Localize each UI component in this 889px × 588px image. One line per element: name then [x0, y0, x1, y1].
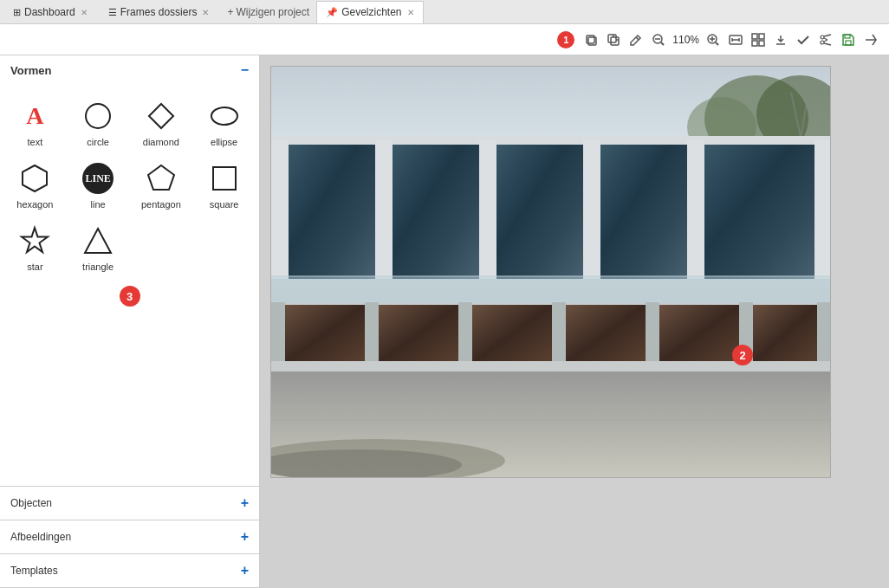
accordion-templates[interactable]: Templates +	[0, 554, 259, 588]
svg-rect-59	[365, 302, 379, 363]
ellipse-shape-icon	[207, 99, 242, 133]
star-shape-label: star	[27, 262, 42, 272]
svg-rect-47	[375, 140, 393, 279]
fit-width-button[interactable]	[725, 29, 746, 50]
fit-page-button[interactable]	[748, 29, 769, 50]
svg-line-27	[824, 40, 827, 42]
accordion-afbeeldingen-plus-icon: +	[241, 529, 249, 545]
svg-line-13	[716, 42, 718, 45]
triangle-shape-label: triangle	[82, 262, 114, 272]
shape-pentagon[interactable]: pentagon	[130, 154, 193, 216]
svg-point-33	[211, 107, 237, 125]
shape-square[interactable]: square	[192, 154, 256, 216]
building-facade-svg	[271, 67, 831, 478]
text-shape-icon: A	[17, 99, 52, 133]
frames-tab-icon: ☰	[108, 7, 117, 18]
svg-rect-48	[479, 140, 496, 279]
svg-rect-60	[458, 302, 472, 363]
download-button[interactable]	[770, 29, 791, 50]
shape-diamond[interactable]: diamond	[130, 92, 193, 154]
zoom-in-button[interactable]	[703, 29, 724, 50]
pencil-button[interactable]	[626, 29, 646, 50]
svg-point-31	[86, 104, 110, 128]
tab-gevelzichten[interactable]: 📌 Gevelzichten ✕	[316, 1, 423, 23]
canvas-badge-2: 2	[732, 345, 753, 365]
tab-frames-close[interactable]: ✕	[202, 8, 209, 17]
svg-rect-3	[611, 37, 619, 45]
export-button[interactable]	[860, 29, 881, 50]
zoom-out-button[interactable]	[648, 29, 669, 50]
svg-line-24	[824, 35, 831, 36]
shape-triangle[interactable]: triangle	[67, 216, 130, 279]
sidebar-accordions: Objecten + Afbeeldingen + Templates +	[0, 486, 259, 588]
shape-ellipse[interactable]: ellipse	[192, 92, 256, 154]
tab-frames[interactable]: ☰ Frames dossiers ✕	[99, 1, 219, 23]
accordion-afbeeldingen[interactable]: Afbeeldingen +	[0, 520, 259, 554]
line-shape-label: line	[91, 199, 106, 210]
svg-rect-53	[393, 145, 479, 279]
shapes-grid: A text circle diamond	[0, 85, 259, 286]
svg-rect-55	[600, 145, 687, 279]
star-shape-icon	[17, 223, 52, 258]
gevelzichten-tab-icon: 📌	[326, 7, 338, 18]
shape-circle[interactable]: circle	[67, 92, 130, 154]
svg-rect-67	[472, 305, 552, 363]
shape-text[interactable]: A text	[3, 92, 67, 154]
vormen-label: Vormen	[10, 64, 51, 77]
svg-rect-61	[552, 302, 566, 363]
pentagon-shape-label: pentagon	[141, 199, 181, 210]
svg-rect-19	[759, 34, 764, 39]
svg-rect-49	[583, 140, 600, 279]
tab-gevelzichten-close[interactable]: ✕	[407, 8, 414, 17]
diamond-shape-icon	[144, 99, 178, 133]
svg-rect-56	[704, 145, 814, 279]
tab-gevelzichten-label: Gevelzichten	[341, 6, 401, 18]
svg-rect-46	[271, 140, 289, 279]
shape-hexagon[interactable]: hexagon	[3, 154, 67, 216]
dashboard-tab-icon: ⊞	[13, 7, 21, 18]
copy1-button[interactable]	[581, 29, 601, 50]
canvas-area[interactable]: 2	[260, 55, 889, 588]
square-shape-icon	[207, 161, 242, 196]
shape-line[interactable]: LINE line	[67, 154, 130, 216]
line-shape-icon: LINE	[81, 161, 115, 196]
svg-rect-29	[845, 35, 850, 38]
wijzigen-plus-icon: +	[227, 6, 233, 18]
vormen-panel: Vormen − A text circle	[0, 55, 259, 486]
text-shape-label: text	[28, 137, 43, 147]
tab-frames-label: Frames dossiers	[120, 6, 198, 18]
accordion-objecten[interactable]: Objecten +	[0, 487, 259, 520]
shape-star[interactable]: star	[3, 216, 67, 279]
toolbar: 1 110%	[0, 24, 889, 55]
copy2-button[interactable]	[603, 29, 624, 50]
toolbar-badge-1: 1	[557, 31, 574, 48]
tab-bar: ⊞ Dashboard ✕ ☰ Frames dossiers ✕ + Wijz…	[0, 0, 889, 24]
save-button[interactable]	[838, 29, 859, 50]
svg-rect-2	[608, 35, 616, 42]
svg-line-25	[824, 43, 831, 45]
scissors-button[interactable]	[815, 29, 836, 50]
svg-point-22	[821, 36, 824, 39]
tab-wijzigen[interactable]: + Wijzigen project	[220, 3, 316, 22]
minimize-button[interactable]: −	[241, 62, 249, 78]
svg-rect-51	[814, 140, 831, 279]
tab-wijzigen-label: Wijzigen project	[236, 6, 309, 18]
svg-marker-32	[149, 104, 173, 128]
circle-shape-icon	[81, 99, 115, 133]
svg-rect-54	[496, 145, 583, 279]
canvas-image[interactable]	[270, 66, 831, 478]
svg-rect-70	[753, 305, 817, 363]
hexagon-shape-label: hexagon	[16, 199, 53, 210]
svg-rect-69	[659, 305, 739, 363]
ellipse-shape-label: ellipse	[211, 137, 237, 147]
check-button[interactable]	[793, 29, 814, 50]
svg-rect-57	[271, 276, 831, 302]
svg-point-23	[821, 41, 824, 44]
canvas-image-container: 2	[270, 66, 831, 478]
diamond-shape-label: diamond	[143, 137, 179, 147]
svg-marker-34	[23, 165, 47, 191]
tab-dashboard-close[interactable]: ✕	[81, 8, 88, 17]
svg-rect-21	[759, 41, 764, 46]
tab-dashboard[interactable]: ⊞ Dashboard ✕	[3, 1, 97, 23]
triangle-shape-icon	[81, 223, 115, 258]
